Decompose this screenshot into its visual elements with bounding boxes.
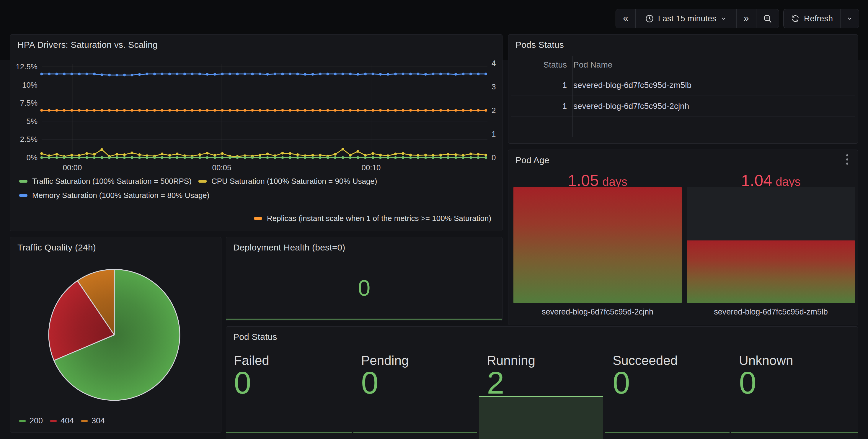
series-point — [259, 154, 261, 156]
series-point — [424, 73, 427, 75]
series-point — [161, 153, 163, 155]
series-point — [130, 74, 133, 76]
series-point — [394, 153, 397, 155]
series-point — [469, 73, 472, 75]
series-point — [356, 156, 359, 159]
stat-value: 0 — [739, 367, 756, 398]
series-point — [198, 73, 201, 75]
legend-item[interactable]: 404 — [50, 416, 74, 426]
series-point — [176, 153, 178, 155]
series-point — [274, 73, 276, 75]
series-point — [161, 109, 163, 111]
legend-item[interactable]: 200 — [19, 416, 43, 426]
chevrons-left-icon: « — [623, 13, 628, 24]
panel-title[interactable]: Deployment Health (best=0) — [233, 242, 345, 252]
time-range-toolbar: « Last 15 minutes » — [616, 9, 779, 28]
column-header-status[interactable]: Status — [511, 55, 567, 75]
y-axis-left-tick: 7.5% — [20, 99, 37, 107]
legend-item[interactable]: Traffic Saturation (100% Saturation = 50… — [19, 177, 192, 186]
series-point — [85, 73, 88, 75]
legend-item[interactable]: 304 — [81, 416, 105, 426]
series-point — [402, 156, 404, 159]
time-range-picker-button[interactable]: Last 15 minutes — [636, 9, 736, 28]
series-point — [93, 73, 96, 75]
time-shift-forward-button[interactable]: » — [736, 9, 756, 28]
series-point — [371, 156, 374, 159]
stat-value: 0 — [361, 367, 378, 398]
series-point — [477, 156, 479, 159]
stat-cell-unknown: Unknown0 — [731, 327, 858, 439]
series-point — [63, 156, 66, 159]
series-point — [462, 73, 464, 75]
legend-item[interactable]: Replicas (instant scale when 1 of the me… — [254, 214, 491, 223]
legend-item[interactable]: Memory Saturation (100% Saturation = 80%… — [19, 191, 209, 200]
series-point — [485, 156, 487, 159]
series-point — [319, 73, 321, 75]
series-point — [206, 73, 209, 75]
series-point — [289, 152, 291, 155]
legend-swatch-icon — [50, 420, 57, 422]
series-point — [100, 148, 103, 151]
legend-label: 304 — [92, 416, 105, 426]
series-point — [153, 109, 156, 111]
pod-age-value: 1.05days — [514, 171, 682, 190]
series-point — [55, 73, 58, 75]
chevrons-right-icon: » — [744, 13, 749, 24]
zoom-out-time-button[interactable] — [756, 9, 779, 28]
series-point — [183, 156, 186, 159]
column-header-pod-name[interactable]: Pod Name — [574, 55, 855, 75]
series-point — [379, 109, 382, 111]
x-axis-tick: 00:10 — [361, 163, 380, 172]
legend-item[interactable]: CPU Saturation (100% Saturation = 90% Us… — [198, 177, 377, 186]
legend-label: Traffic Saturation (100% Saturation = 50… — [32, 177, 192, 186]
series-point — [379, 73, 382, 75]
pod-age-number: 1.05 — [568, 171, 599, 190]
series-point — [454, 154, 457, 156]
series-point — [485, 109, 487, 111]
series-point — [198, 109, 201, 111]
series-point — [55, 156, 58, 159]
panel-title[interactable]: Pods Status — [516, 40, 564, 50]
y-axis-right-tick: 4 — [492, 59, 496, 68]
stat-value: 0 — [234, 367, 251, 398]
series-point — [191, 156, 193, 159]
series-point — [228, 73, 231, 75]
series-point — [439, 109, 442, 111]
dashboard: « Last 15 minutes » Refresh — [0, 0, 868, 439]
time-shift-back-button[interactable]: « — [616, 9, 636, 28]
series-point — [55, 153, 58, 156]
hpa-timeseries-chart: 12.5%10%7.5%5%2.5%0%4321000:0000:0500:10 — [10, 35, 503, 175]
series-point — [485, 154, 487, 156]
panel-deployment-health: Deployment Health (best=0) 0 — [226, 237, 502, 321]
x-axis-tick: 00:00 — [63, 163, 82, 172]
stat-sparkline — [731, 432, 858, 433]
cell-pod-name: severed-blog-6d7fc5c95d-zm5lb — [574, 75, 855, 96]
series-point — [161, 73, 163, 75]
series-point — [168, 156, 171, 159]
series-point — [469, 156, 472, 159]
series-point — [244, 156, 246, 159]
refresh-label: Refresh — [804, 14, 833, 23]
series-point — [198, 154, 201, 156]
series-point — [251, 109, 254, 111]
series-point — [206, 109, 209, 111]
series-point — [334, 156, 337, 159]
series-point — [266, 73, 269, 75]
series-point — [48, 156, 51, 159]
panel-pod-age: Pod Age 1.05dayssevered-blog-6d7fc5c95d-… — [508, 149, 858, 325]
legend-swatch-icon — [19, 420, 26, 422]
refresh-button[interactable]: Refresh — [783, 9, 840, 28]
series-point — [454, 156, 457, 159]
series-point — [394, 73, 397, 75]
gauge-fill — [514, 187, 682, 303]
series-point — [386, 109, 389, 111]
refresh-interval-dropdown[interactable] — [840, 9, 859, 28]
series-point — [123, 156, 126, 159]
series-point — [130, 156, 133, 159]
series-point — [183, 73, 186, 75]
series-point — [371, 73, 374, 75]
series-point — [244, 109, 246, 111]
series-point — [138, 154, 141, 156]
series-point — [326, 109, 329, 111]
series-point — [462, 109, 464, 111]
